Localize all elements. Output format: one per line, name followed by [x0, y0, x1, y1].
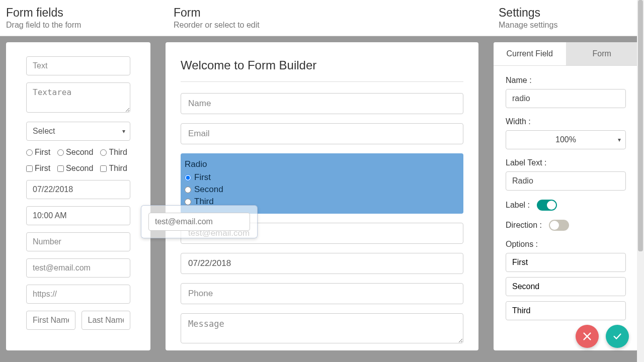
form-canvas: Welcome to Form Builder Radio First Seco… [166, 42, 478, 350]
palette-radio-first[interactable]: First [26, 148, 50, 157]
form-name-field[interactable] [181, 93, 463, 114]
form-radio-opt-third[interactable]: Third [185, 197, 457, 207]
palette-number-input[interactable] [26, 232, 130, 251]
palette-time[interactable] [26, 206, 130, 225]
palette-date-input[interactable] [26, 180, 130, 199]
palette-date[interactable] [26, 180, 130, 199]
settings-option-1[interactable] [506, 253, 626, 272]
header-mid: Form Reorder or select to edit [166, 0, 491, 36]
palette-text[interactable] [26, 56, 130, 75]
header-right-title: Settings [499, 6, 636, 20]
settings-option-2[interactable] [506, 277, 626, 296]
settings-labeltext-input[interactable] [506, 171, 626, 191]
form-date-field[interactable] [181, 253, 463, 274]
form-email2-input[interactable] [181, 223, 463, 244]
palette-radio-row[interactable]: First Second Third [26, 148, 130, 157]
header-left-sub: Drag field to the form [6, 21, 157, 30]
settings-options-label: Options : [506, 240, 626, 249]
settings-name-label: Name : [506, 76, 626, 85]
form-email-input[interactable] [181, 123, 463, 144]
form-radio-opt-second[interactable]: Second [185, 185, 457, 195]
header-left-title: Form fields [6, 6, 157, 20]
palette-select[interactable]: Select [26, 122, 130, 141]
palette-radio-third[interactable]: Third [100, 148, 127, 157]
settings-width-select[interactable]: 100% [506, 130, 626, 149]
palette-panel: Select First Second Third First Second T… [6, 42, 150, 350]
settings-label-toggle-label: Label : [506, 201, 530, 210]
scrollbar-thumb[interactable] [638, 0, 643, 251]
header-bar: Form fields Drag field to the form Form … [0, 0, 644, 36]
form-radio-label: Radio [185, 159, 457, 169]
form-phone-input[interactable] [181, 283, 463, 304]
main-area: Select First Second Third First Second T… [0, 36, 644, 356]
palette-radio-second[interactable]: Second [57, 148, 93, 157]
header-right: Settings Manage settings [491, 0, 644, 36]
form-name-input[interactable] [181, 93, 463, 114]
form-message-field[interactable] [181, 313, 463, 345]
settings-direction-toggle[interactable] [549, 220, 569, 231]
tab-form[interactable]: Form [566, 42, 638, 65]
form-date-input[interactable] [181, 253, 463, 274]
header-mid-title: Form [174, 6, 482, 20]
confirm-button[interactable] [606, 325, 629, 348]
form-radio-options: First Second Third [185, 172, 457, 207]
form-message-input[interactable] [181, 313, 463, 343]
tab-current-field[interactable]: Current Field [494, 42, 566, 65]
palette-name-row[interactable] [26, 311, 130, 330]
palette-url-input[interactable] [26, 285, 130, 304]
form-title: Welcome to Form Builder [181, 58, 463, 72]
form-email2-field[interactable] [181, 223, 463, 244]
settings-body: Name : Width : 100% Label Text : Label :… [494, 66, 638, 344]
check-icon [612, 331, 623, 342]
palette-url[interactable] [26, 285, 130, 304]
palette-check-first[interactable]: First [26, 164, 50, 173]
close-icon [582, 331, 593, 342]
header-right-sub: Manage settings [499, 21, 636, 30]
palette-select-label[interactable]: Select [26, 122, 130, 141]
settings-tabs: Current Field Form [494, 42, 638, 66]
form-phone-field[interactable] [181, 283, 463, 304]
page-scrollbar[interactable] [637, 0, 644, 362]
settings-labeltext-label: Label Text : [506, 158, 626, 167]
palette-text-input[interactable] [26, 56, 130, 75]
palette-checkbox-row[interactable]: First Second Third [26, 164, 130, 173]
palette-check-second[interactable]: Second [57, 164, 93, 173]
palette-number[interactable] [26, 232, 130, 251]
settings-panel: Current Field Form Name : Width : 100% L… [494, 42, 638, 350]
settings-direction-label: Direction : [506, 221, 542, 230]
header-mid-sub: Reorder or select to edit [174, 21, 482, 30]
settings-name-input[interactable] [506, 89, 626, 108]
form-email-field[interactable] [181, 123, 463, 144]
settings-width-label: Width : [506, 117, 626, 126]
form-divider [181, 81, 463, 82]
palette-textarea-input[interactable] [26, 82, 130, 113]
palette-lastname-input[interactable] [82, 311, 131, 330]
form-radio-opt-first[interactable]: First [185, 172, 457, 183]
header-left: Form fields Drag field to the form [0, 0, 166, 36]
palette-email[interactable] [26, 258, 130, 278]
palette-textarea[interactable] [26, 82, 130, 115]
palette-time-input[interactable] [26, 206, 130, 225]
palette-email-input[interactable] [26, 258, 130, 278]
form-radio-field-selected[interactable]: Radio First Second Third [181, 153, 463, 214]
settings-option-3[interactable] [506, 301, 626, 320]
palette-check-third[interactable]: Third [100, 164, 127, 173]
palette-firstname-input[interactable] [26, 311, 75, 330]
cancel-button[interactable] [576, 325, 599, 348]
settings-label-toggle[interactable] [537, 200, 557, 211]
